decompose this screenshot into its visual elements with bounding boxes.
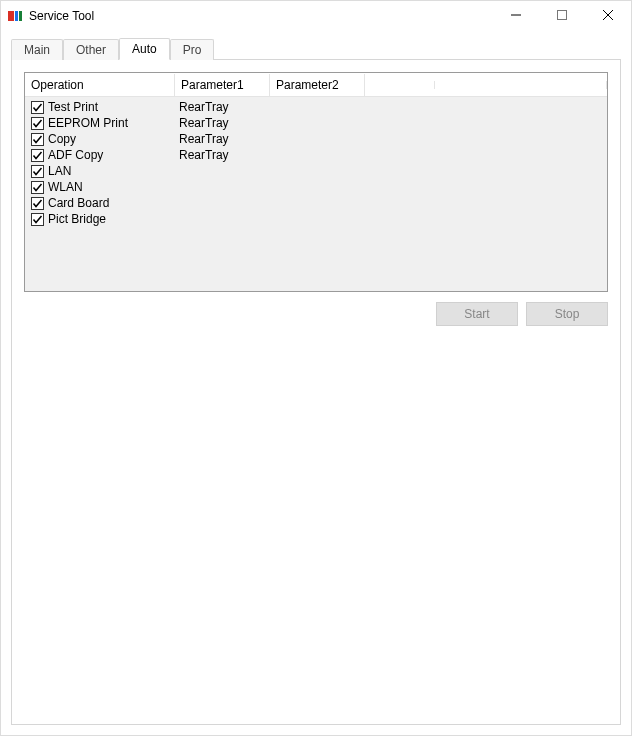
operation-label: WLAN — [48, 180, 83, 194]
minimize-icon — [511, 9, 521, 23]
column-header-parameter2[interactable]: Parameter2 — [270, 74, 365, 96]
checkbox-icon[interactable] — [31, 181, 44, 194]
operation-label: EEPROM Print — [48, 116, 128, 130]
svg-rect-7 — [32, 101, 44, 113]
cell-operation: LAN — [25, 164, 175, 178]
column-header-empty2[interactable] — [435, 81, 607, 89]
list-item[interactable]: Pict Bridge — [25, 211, 607, 227]
list-item[interactable]: ADF CopyRearTray — [25, 147, 607, 163]
svg-rect-10 — [32, 149, 44, 161]
cell-operation: ADF Copy — [25, 148, 175, 162]
column-header-empty1[interactable] — [365, 81, 435, 89]
svg-rect-11 — [32, 165, 44, 177]
tabstrip: Main Other Auto Pro — [11, 37, 621, 59]
cell-operation: WLAN — [25, 180, 175, 194]
operation-label: LAN — [48, 164, 71, 178]
close-icon — [603, 9, 613, 23]
svg-rect-9 — [32, 133, 44, 145]
operation-label: Copy — [48, 132, 76, 146]
operation-label: Card Board — [48, 196, 109, 210]
checkbox-icon[interactable] — [31, 149, 44, 162]
titlebar: Service Tool — [1, 1, 631, 31]
tab-label: Main — [24, 43, 50, 57]
tab-label: Pro — [183, 43, 202, 57]
checkbox-icon[interactable] — [31, 197, 44, 210]
cell-parameter1: RearTray — [175, 100, 270, 114]
list-item[interactable]: EEPROM PrintRearTray — [25, 115, 607, 131]
column-header-operation[interactable]: Operation — [25, 74, 175, 96]
list-item[interactable]: CopyRearTray — [25, 131, 607, 147]
operations-listview[interactable]: Operation Parameter1 Parameter2 Test Pri… — [24, 72, 608, 292]
maximize-icon — [557, 9, 567, 23]
tab-label: Other — [76, 43, 106, 57]
list-item[interactable]: Card Board — [25, 195, 607, 211]
start-button[interactable]: Start — [436, 302, 518, 326]
tab-label: Auto — [132, 42, 157, 56]
listview-header: Operation Parameter1 Parameter2 — [25, 73, 607, 97]
checkbox-icon[interactable] — [31, 117, 44, 130]
tab-other[interactable]: Other — [63, 39, 119, 60]
checkbox-icon[interactable] — [31, 213, 44, 226]
button-row: Start Stop — [24, 302, 608, 326]
listview-body: Test PrintRearTrayEEPROM PrintRearTrayCo… — [25, 97, 607, 291]
maximize-button[interactable] — [539, 1, 585, 31]
cell-parameter1: RearTray — [175, 116, 270, 130]
stop-button[interactable]: Stop — [526, 302, 608, 326]
list-item[interactable]: Test PrintRearTray — [25, 99, 607, 115]
list-item[interactable]: WLAN — [25, 179, 607, 195]
app-icon — [7, 8, 23, 24]
list-item[interactable]: LAN — [25, 163, 607, 179]
checkbox-icon[interactable] — [31, 165, 44, 178]
cell-operation: EEPROM Print — [25, 116, 175, 130]
app-window: Service Tool Main Other Auto — [0, 0, 632, 736]
svg-rect-1 — [15, 11, 18, 21]
svg-rect-0 — [8, 11, 14, 21]
tab-pro[interactable]: Pro — [170, 39, 215, 60]
operation-label: ADF Copy — [48, 148, 103, 162]
column-header-parameter1[interactable]: Parameter1 — [175, 74, 270, 96]
checkbox-icon[interactable] — [31, 101, 44, 114]
cell-operation: Copy — [25, 132, 175, 146]
tab-panel-auto: Operation Parameter1 Parameter2 Test Pri… — [11, 59, 621, 725]
window-title: Service Tool — [29, 9, 94, 23]
minimize-button[interactable] — [493, 1, 539, 31]
operation-label: Test Print — [48, 100, 98, 114]
tab-main[interactable]: Main — [11, 39, 63, 60]
tab-auto[interactable]: Auto — [119, 38, 170, 60]
cell-parameter1: RearTray — [175, 148, 270, 162]
svg-rect-12 — [32, 181, 44, 193]
svg-rect-13 — [32, 197, 44, 209]
checkbox-icon[interactable] — [31, 133, 44, 146]
cell-parameter1: RearTray — [175, 132, 270, 146]
content-area: Main Other Auto Pro Operation Parameter1… — [1, 31, 631, 735]
cell-operation: Pict Bridge — [25, 212, 175, 226]
close-button[interactable] — [585, 1, 631, 31]
svg-rect-8 — [32, 117, 44, 129]
svg-rect-4 — [558, 11, 567, 20]
svg-rect-2 — [19, 11, 22, 21]
operation-label: Pict Bridge — [48, 212, 106, 226]
svg-rect-14 — [32, 213, 44, 225]
cell-operation: Card Board — [25, 196, 175, 210]
cell-operation: Test Print — [25, 100, 175, 114]
